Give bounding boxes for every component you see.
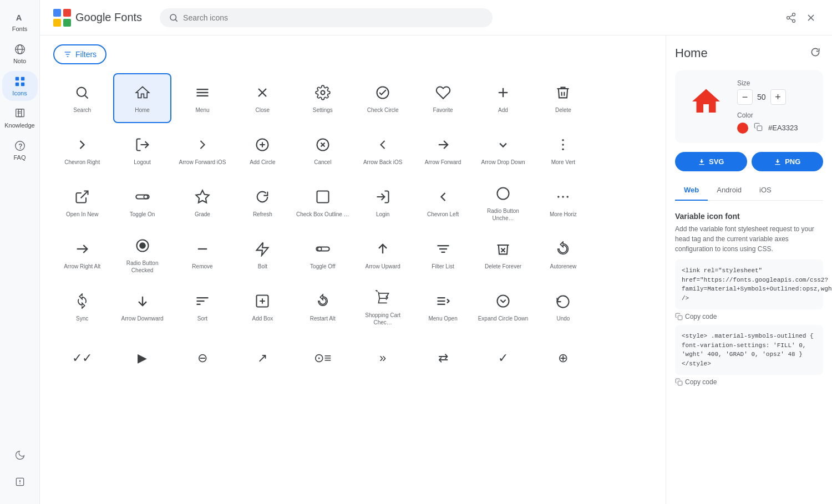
- icon-cell[interactable]: Arrow Forward: [414, 125, 471, 175]
- download-svg-button[interactable]: SVG: [675, 152, 747, 171]
- icon-cell[interactable]: Expand Circle Down: [474, 282, 532, 332]
- code-block-2: <style> .material-symbols-outlined { fon…: [675, 325, 823, 375]
- icon-cell: [595, 334, 652, 384]
- icon-symbol: [435, 293, 451, 312]
- sidebar-item-noto[interactable]: Noto: [2, 39, 38, 69]
- icon-cell[interactable]: Cancel: [294, 125, 352, 175]
- copy-code-2-button[interactable]: Copy code: [675, 378, 823, 386]
- dark-mode-button[interactable]: [9, 444, 31, 466]
- size-increase-button[interactable]: +: [770, 89, 786, 105]
- search-input[interactable]: [183, 13, 484, 22]
- icon-cell[interactable]: Radio Button Unche…: [474, 177, 532, 227]
- icon-label: Restart Alt: [310, 315, 336, 322]
- icon-cell[interactable]: Add Box: [234, 282, 291, 332]
- logo-area: Google Fonts: [53, 9, 142, 27]
- svg-line-55: [81, 191, 88, 198]
- icon-cell[interactable]: Logout: [113, 125, 171, 175]
- icon-cell[interactable]: Search: [53, 73, 111, 123]
- icon-cell[interactable]: Login: [354, 177, 412, 227]
- icon-cell[interactable]: Favorite: [414, 73, 471, 123]
- sidebar-item-fonts[interactable]: A Fonts: [2, 7, 38, 37]
- icon-label: Add: [498, 106, 508, 114]
- icon-cell[interactable]: Sync: [53, 282, 111, 332]
- icon-cell[interactable]: ⇄: [414, 334, 471, 384]
- report-button[interactable]: [9, 471, 31, 493]
- icon-cell[interactable]: Check Circle: [354, 73, 412, 123]
- icon-cell[interactable]: Close: [234, 73, 291, 123]
- icon-cell[interactable]: Toggle On: [113, 177, 171, 227]
- icon-cell[interactable]: ⊕: [534, 334, 592, 384]
- icon-cell[interactable]: More Horiz: [534, 177, 592, 227]
- icon-cell: [595, 125, 652, 175]
- header-right: [783, 10, 819, 26]
- icon-cell[interactable]: Delete Forever: [474, 230, 532, 279]
- icon-label: Toggle Off: [310, 263, 335, 270]
- icon-cell[interactable]: Arrow Forward iOS: [174, 125, 231, 175]
- icon-cell[interactable]: Chevron Left: [414, 177, 471, 227]
- close-button[interactable]: [803, 10, 819, 26]
- download-png-button[interactable]: PNG: [752, 152, 824, 171]
- icon-cell[interactable]: Arrow Back iOS: [354, 125, 412, 175]
- icon-cell[interactable]: Add Circle: [234, 125, 291, 175]
- icon-cell[interactable]: Delete: [534, 73, 592, 123]
- copy-code-1-button[interactable]: Copy code: [675, 313, 823, 320]
- icon-cell[interactable]: Undo: [534, 282, 592, 332]
- sidebar-item-label: Icons: [12, 90, 27, 96]
- svg-rect-93: [678, 315, 682, 320]
- icon-cell[interactable]: Check Box Outline …: [294, 177, 352, 227]
- icon-cell[interactable]: Bolt: [234, 230, 291, 279]
- sidebar-item-knowledge[interactable]: Knowledge: [2, 103, 38, 133]
- icon-cell[interactable]: Home: [113, 73, 171, 123]
- icon-cell[interactable]: ↗: [234, 334, 291, 384]
- icon-cell[interactable]: Arrow Upward: [354, 230, 412, 279]
- icon-cell[interactable]: ⊖: [174, 334, 231, 384]
- icon-cell[interactable]: ✓: [474, 334, 532, 384]
- icon-label: Delete: [555, 106, 571, 114]
- icon-symbol: [255, 137, 270, 155]
- icon-cell[interactable]: »: [354, 334, 412, 384]
- svg-line-26: [789, 18, 793, 20]
- tab-web[interactable]: Web: [675, 180, 708, 201]
- icon-cell[interactable]: More Vert: [534, 125, 592, 175]
- icon-cell[interactable]: Remove: [174, 230, 231, 279]
- icon-cell[interactable]: Add: [474, 73, 532, 123]
- icon-cell[interactable]: Menu Open: [414, 282, 471, 332]
- icon-cell[interactable]: Radio Button Checked: [113, 230, 171, 279]
- preview-controls: Size − 50 + Color: [737, 79, 814, 134]
- icon-cell[interactable]: Menu: [174, 73, 231, 123]
- sidebar-item-icons[interactable]: Icons: [2, 71, 38, 101]
- icon-cell[interactable]: ⊙≡: [294, 334, 352, 384]
- filters-button[interactable]: Filters: [53, 44, 106, 64]
- share-button[interactable]: [783, 10, 799, 26]
- icon-cell: [595, 177, 652, 227]
- icon-cell[interactable]: Settings: [294, 73, 352, 123]
- icon-cell[interactable]: Shopping Cart Chec…: [354, 282, 412, 332]
- color-row: #EA3323: [737, 121, 814, 134]
- icon-cell[interactable]: Filter List: [414, 230, 471, 279]
- icon-symbol: [495, 293, 511, 312]
- color-swatch[interactable]: [737, 123, 748, 134]
- tab-android[interactable]: Android: [708, 180, 750, 201]
- color-copy-button[interactable]: [753, 121, 764, 134]
- icon-cell[interactable]: Arrow Downward: [113, 282, 171, 332]
- icon-cell[interactable]: Arrow Drop Down: [474, 125, 532, 175]
- icon-cell[interactable]: ▶: [113, 334, 171, 384]
- icon-cell[interactable]: Toggle Off: [294, 230, 352, 279]
- icon-cell[interactable]: ✓✓: [53, 334, 111, 384]
- icon-cell[interactable]: Chevron Right: [53, 125, 111, 175]
- icon-cell[interactable]: Restart Alt: [294, 282, 352, 332]
- refresh-button[interactable]: [808, 44, 823, 62]
- icon-cell[interactable]: Arrow Right Alt: [53, 230, 111, 279]
- icon-cell[interactable]: Sort: [174, 282, 231, 332]
- icon-symbol: ✓✓: [72, 352, 92, 364]
- icon-cell[interactable]: Autorenew: [534, 230, 592, 279]
- tab-ios[interactable]: iOS: [750, 180, 780, 201]
- icon-cell[interactable]: Grade: [174, 177, 231, 227]
- size-decrease-button[interactable]: −: [737, 89, 753, 105]
- icon-cell[interactable]: Open In New: [53, 177, 111, 227]
- sidebar-item-faq[interactable]: ? FAQ: [2, 135, 38, 165]
- search-bar[interactable]: [160, 8, 493, 27]
- close-icon: [805, 12, 816, 24]
- icon-symbol: »: [379, 352, 386, 364]
- icon-cell[interactable]: Refresh: [234, 177, 291, 227]
